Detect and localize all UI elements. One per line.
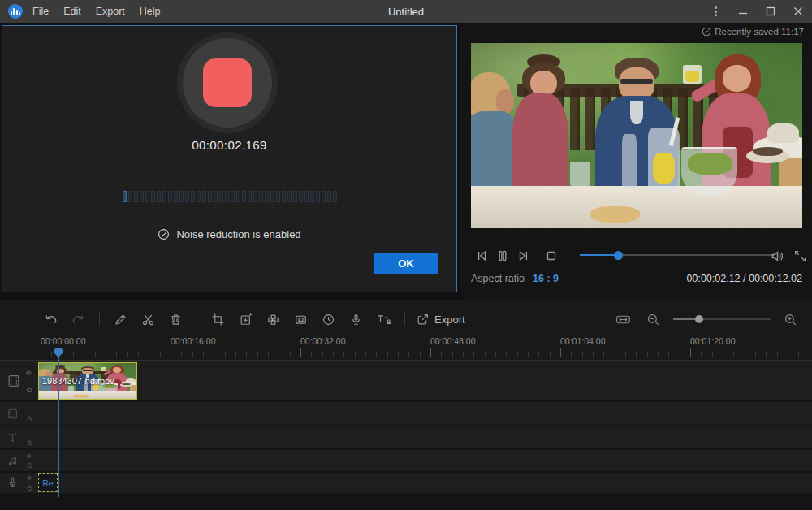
ok-button[interactable]: OK (374, 253, 438, 274)
ruler-tick (420, 352, 421, 357)
timecode-display: 00:00:02.12 / 00:00:12.02 (687, 273, 803, 284)
export-button[interactable]: Export (416, 313, 465, 326)
ruler-tick (615, 352, 615, 357)
ruler-tick (214, 352, 214, 357)
redo-button[interactable] (68, 309, 89, 330)
meter-segment (225, 191, 229, 202)
zoom-frame-button[interactable] (235, 309, 256, 330)
fullscreen-icon[interactable] (789, 248, 810, 264)
track-mute-icon[interactable] (26, 452, 33, 460)
text-track[interactable] (0, 426, 812, 448)
fit-timeline-button[interactable] (613, 309, 633, 330)
ruler-tick (798, 352, 799, 357)
zoom-slider-handle[interactable] (695, 315, 703, 323)
duration-clock-button[interactable] (318, 309, 339, 330)
ruler-tick (160, 352, 161, 357)
freeze-frame-button[interactable] (291, 309, 311, 330)
voiceover-track[interactable]: Re (0, 473, 812, 493)
mosaic-button[interactable] (263, 309, 283, 330)
minimize-button[interactable] (729, 0, 757, 23)
ruler-tick (668, 352, 669, 357)
meter-segment (310, 191, 314, 202)
zoom-in-button[interactable] (780, 309, 801, 330)
ruler-tick (311, 352, 312, 357)
seek-progress (580, 254, 618, 256)
track-mute-icon[interactable] (26, 474, 33, 482)
split-scissors-button[interactable] (138, 309, 158, 330)
aspect-ratio-value[interactable]: 16 : 9 (533, 273, 559, 284)
ruler-label: 00:00:48.00 (430, 336, 475, 346)
ruler-tick (506, 352, 507, 357)
ruler-tick (603, 352, 604, 357)
video-frame-image (471, 43, 802, 228)
ruler-tick (723, 352, 723, 357)
more-options-icon[interactable] (702, 0, 729, 23)
next-frame-button[interactable] (513, 248, 534, 264)
track-lock-icon[interactable] (26, 439, 33, 446)
stop-playback-button[interactable] (541, 248, 562, 264)
menu-edit[interactable]: Edit (63, 6, 93, 17)
meter-segment (242, 191, 246, 202)
ruler-tick (680, 352, 680, 357)
video-clip[interactable]: 19884307-hd.mov (38, 362, 137, 400)
ruler-tick (810, 352, 810, 357)
crop-button[interactable] (208, 309, 228, 330)
ruler-tick (582, 352, 583, 357)
ruler-tick (387, 352, 388, 357)
delete-trash-button[interactable] (166, 309, 186, 330)
menu-help[interactable]: Help (140, 6, 172, 17)
zoom-out-button[interactable] (643, 309, 663, 330)
ruler-tick (430, 348, 431, 357)
undo-button[interactable] (41, 309, 61, 330)
overlay-track-head (0, 402, 37, 425)
meter-segment (265, 191, 269, 202)
ruler-tick (279, 352, 279, 357)
video-track[interactable]: 19884307-hd.mov (0, 361, 812, 400)
saved-check-icon (702, 27, 711, 37)
menu-export[interactable]: Export (96, 6, 136, 17)
timeline-ruler[interactable]: 00:00:00.00 00:00:16.00 00:00:32.00 00:0… (0, 335, 812, 359)
ruler-tick (788, 352, 788, 357)
timeline-zoom-slider[interactable] (673, 318, 771, 320)
recently-saved-status: Recently saved 11:17 (715, 27, 804, 37)
meter-segment (191, 191, 195, 202)
track-lock-icon[interactable] (26, 484, 33, 491)
stop-recording-button[interactable] (183, 38, 272, 128)
close-button[interactable] (784, 0, 812, 23)
pause-button[interactable] (492, 248, 513, 264)
ruler-tick (246, 352, 247, 357)
voiceover-mic-button[interactable] (346, 309, 366, 330)
volume-icon[interactable] (767, 248, 788, 264)
timeline-section: Export 00:00:00.00 00:0 (0, 300, 812, 510)
track-area: 19884307-hd.mov (0, 360, 812, 510)
track-lock-icon[interactable] (26, 461, 33, 469)
maximize-button[interactable] (757, 0, 784, 23)
music-track[interactable] (0, 450, 812, 471)
meter-segment (145, 191, 149, 202)
ruler-label: 00:01:04.00 (560, 336, 605, 346)
ruler-tick (376, 352, 377, 357)
text-to-speech-button[interactable] (374, 309, 394, 330)
ruler-tick (625, 352, 626, 357)
ruler-tick (300, 348, 301, 357)
seek-handle[interactable] (614, 251, 623, 260)
previous-frame-button[interactable] (471, 248, 492, 264)
ruler-tick (766, 352, 767, 357)
ruler-tick (517, 352, 518, 357)
track-mute-icon[interactable] (25, 369, 33, 377)
ruler-tick (322, 352, 323, 357)
overlay-track[interactable] (0, 402, 812, 425)
ruler-tick (690, 348, 691, 357)
track-lock-icon[interactable] (25, 385, 33, 393)
meter-segment (174, 191, 178, 202)
edit-pencil-button[interactable] (110, 309, 131, 330)
meter-segment (259, 191, 263, 202)
text-icon (6, 431, 19, 443)
meter-segment (287, 191, 292, 202)
menu-file[interactable]: File (32, 6, 60, 17)
ruler-label: 00:01:20.00 (690, 336, 735, 346)
track-lock-icon[interactable] (26, 415, 33, 422)
voiceover-recording-clip[interactable]: Re (38, 473, 58, 492)
seek-bar[interactable] (580, 254, 775, 256)
meter-segment (140, 191, 144, 202)
